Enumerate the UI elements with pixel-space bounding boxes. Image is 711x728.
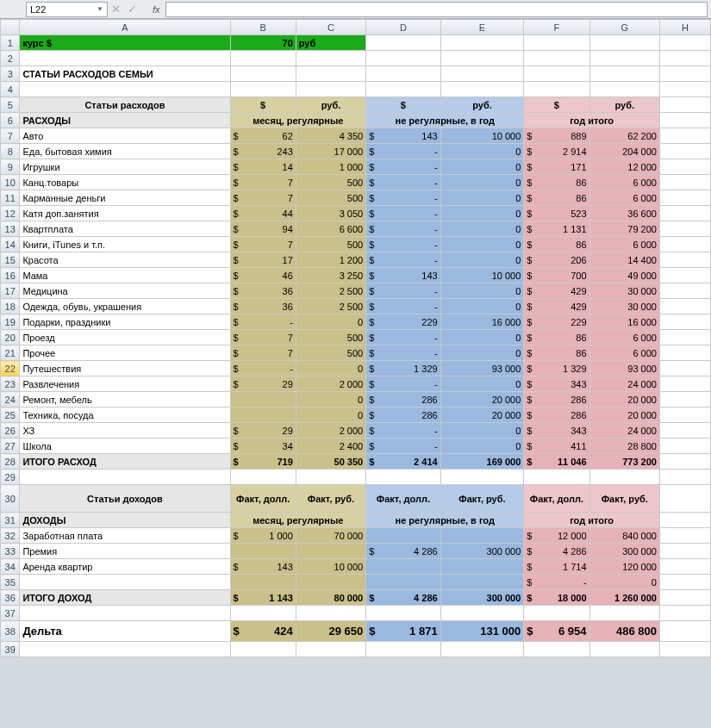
cell[interactable]: 889	[524, 128, 589, 144]
expense-name[interactable]: Техника, посуда	[20, 408, 230, 423]
cell[interactable]	[659, 513, 710, 528]
col-header[interactable]: B	[230, 20, 296, 35]
total[interactable]: 773 200	[589, 454, 659, 470]
hdr[interactable]: Факт, руб.	[440, 485, 524, 513]
cell[interactable]: 2 400	[296, 439, 365, 454]
cell[interactable]: -	[366, 423, 440, 439]
delta[interactable]: 131 000	[440, 621, 524, 642]
cell[interactable]	[659, 528, 710, 544]
cell[interactable]	[589, 51, 659, 66]
cell[interactable]: 0	[440, 423, 524, 439]
cell[interactable]: 2 000	[296, 423, 365, 439]
cell[interactable]	[440, 559, 524, 575]
row-header[interactable]: 23	[1, 376, 20, 392]
cell[interactable]	[20, 470, 230, 485]
cell[interactable]: 500	[296, 237, 365, 252]
cell[interactable]: 4 350	[296, 128, 365, 144]
cell[interactable]: 1 000	[296, 159, 365, 175]
cell[interactable]: 36 600	[589, 206, 659, 221]
cell[interactable]: -	[366, 252, 440, 268]
cell[interactable]: 0	[440, 376, 524, 392]
cell[interactable]: -	[366, 159, 440, 175]
expense-name[interactable]: ХЗ	[20, 423, 230, 439]
row-header[interactable]: 1	[1, 35, 20, 51]
cell[interactable]: 30 000	[589, 283, 659, 299]
cell[interactable]: 86	[524, 175, 589, 190]
row-header[interactable]: 4	[1, 82, 20, 97]
cell[interactable]: 16 000	[589, 314, 659, 330]
cell[interactable]	[20, 51, 230, 66]
name-box[interactable]: L22 ▼	[26, 2, 108, 17]
cell[interactable]: 94	[230, 221, 296, 237]
cell[interactable]: 86	[524, 345, 589, 361]
cell[interactable]	[296, 642, 365, 657]
cell[interactable]	[589, 66, 659, 82]
row-header[interactable]: 13	[1, 221, 20, 237]
cell[interactable]: 30 000	[589, 299, 659, 314]
cell[interactable]: 300 000	[440, 544, 524, 559]
total[interactable]: 11 046	[524, 454, 589, 470]
row-header[interactable]: 12	[1, 206, 20, 221]
col-header[interactable]: F	[524, 20, 589, 35]
delta[interactable]: 29 650	[296, 621, 365, 642]
row-header[interactable]: 17	[1, 283, 20, 299]
subhdr[interactable]: не регулярные, в год	[366, 113, 524, 128]
cell[interactable]: 17	[230, 252, 296, 268]
cell[interactable]	[440, 82, 524, 97]
cell[interactable]: 4 286	[524, 544, 589, 559]
row-header[interactable]: 27	[1, 439, 20, 454]
cell[interactable]: 12 000	[524, 528, 589, 544]
cell[interactable]	[589, 606, 659, 621]
cell[interactable]	[440, 35, 524, 51]
cell[interactable]	[659, 345, 710, 361]
cell[interactable]	[659, 35, 710, 51]
cell[interactable]: 1 000	[230, 528, 296, 544]
cell[interactable]	[230, 51, 296, 66]
cell[interactable]: 2 914	[524, 144, 589, 159]
cell[interactable]	[296, 544, 365, 559]
cell[interactable]: -	[366, 283, 440, 299]
cell[interactable]	[659, 361, 710, 376]
row-header[interactable]: 21	[1, 345, 20, 361]
cell[interactable]	[230, 408, 296, 423]
cell[interactable]: 86	[524, 237, 589, 252]
row-header[interactable]: 39	[1, 642, 20, 657]
cell[interactable]	[589, 470, 659, 485]
row-header[interactable]: 31	[1, 513, 20, 528]
row-header[interactable]: 7	[1, 128, 20, 144]
expense-name[interactable]: Одежда, обувь, украшения	[20, 299, 230, 314]
row-header[interactable]: 38	[1, 621, 20, 642]
cell[interactable]: 29	[230, 423, 296, 439]
cell[interactable]	[296, 606, 365, 621]
cell[interactable]: 286	[524, 408, 589, 423]
cell[interactable]: 429	[524, 283, 589, 299]
row-header[interactable]: 2	[1, 51, 20, 66]
cell[interactable]	[659, 299, 710, 314]
cell[interactable]: 0	[296, 361, 365, 376]
cell[interactable]	[524, 51, 589, 66]
cell[interactable]: 34	[230, 439, 296, 454]
cell[interactable]: 29	[230, 376, 296, 392]
cell[interactable]	[659, 330, 710, 345]
cell[interactable]: 62 200	[589, 128, 659, 144]
cell[interactable]: 0	[440, 299, 524, 314]
cell[interactable]: 1 329	[366, 361, 440, 376]
cell[interactable]: 20 000	[589, 392, 659, 408]
cell[interactable]: 2 000	[296, 376, 365, 392]
row-header[interactable]: 33	[1, 544, 20, 559]
hdr[interactable]: $	[524, 97, 589, 113]
hdr[interactable]: Факт, руб.	[296, 485, 365, 513]
cell[interactable]: 0	[440, 330, 524, 345]
cell[interactable]: 6 000	[589, 345, 659, 361]
cell[interactable]	[230, 606, 296, 621]
section-label[interactable]: РАСХОДЫ	[20, 113, 230, 128]
cell[interactable]	[659, 642, 710, 657]
cell[interactable]	[230, 575, 296, 590]
cell[interactable]: 343	[524, 376, 589, 392]
cell[interactable]: 500	[296, 330, 365, 345]
total-label[interactable]: ИТОГО РАСХОД	[20, 454, 230, 470]
cell[interactable]: 44	[230, 206, 296, 221]
hdr[interactable]: $	[230, 97, 296, 113]
cell[interactable]	[230, 82, 296, 97]
row-header[interactable]: 24	[1, 392, 20, 408]
